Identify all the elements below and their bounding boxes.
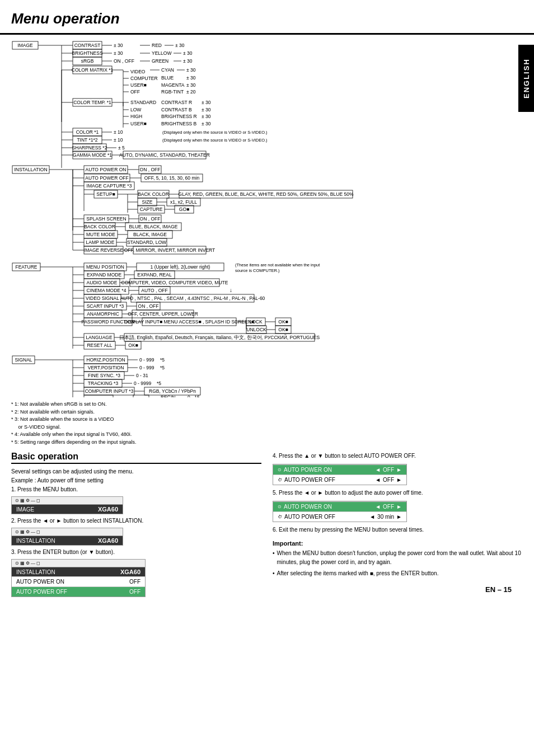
svg-text:LAMP MODE: LAMP MODE	[86, 240, 115, 245]
svg-text:RGB, YCbCn / YPbPn: RGB, YCbCn / YPbPn	[149, 388, 196, 394]
svg-text:BACK COLOR: BACK COLOR	[138, 191, 169, 197]
basic-operation-example: Example : Auto power off time setting	[11, 476, 261, 485]
mockup5-row1-value: OFF	[383, 504, 394, 510]
svg-text:USER■: USER■	[130, 82, 147, 88]
mockup4-row2: ⏱ AUTO POWER OFF ◄ OFF ►	[273, 475, 406, 485]
mockup4-row1: ⊙ AUTO POWER ON ◄ OFF ►	[273, 464, 406, 475]
svg-text:± 30: ± 30	[114, 43, 123, 48]
svg-text:0 - 999: 0 - 999	[139, 365, 154, 370]
main-content: IMAGE CONTRAST ± 30 RED ± 30 BRIGHTNESS …	[0, 39, 534, 599]
mockup3-xga: XGA60	[120, 569, 140, 575]
menu-mockup-4: ⊙ AUTO POWER ON ◄ OFF ► ⏱ AUTO POWER OFF	[273, 464, 407, 485]
mockup4-row2-label: AUTO POWER OFF	[284, 477, 335, 483]
mockup5-arrow-right2: ►	[396, 514, 402, 520]
mockup5-icon1: ⊙	[278, 504, 282, 509]
svg-text:SHARPNESS  *2: SHARPNESS *2	[72, 145, 107, 151]
mockup3-row1: AUTO POWER ON OFF	[12, 576, 145, 586]
svg-text:COLOR  *1: COLOR *1	[76, 129, 99, 135]
svg-text:HOLD  *3: HOLD *3	[89, 396, 108, 397]
svg-text:CONTRAST B: CONTRAST B	[161, 107, 192, 112]
svg-text:± 30: ± 30	[183, 58, 193, 64]
svg-text:± 30: ± 30	[186, 67, 196, 73]
svg-text:SETUP■: SETUP■	[96, 191, 115, 197]
svg-text:FINE SYNC.  *3: FINE SYNC. *3	[88, 373, 120, 378]
svg-text:BACK COLOR: BACK COLOR	[84, 224, 115, 229]
svg-text:IMAGE: IMAGE	[17, 43, 33, 48]
svg-text:ON , OFF: ON , OFF	[114, 58, 134, 64]
svg-text:± 30: ± 30	[202, 100, 211, 105]
mockup1-xga: XGA60	[98, 506, 118, 513]
menu-diagram: IMAGE CONTRAST ± 30 RED ± 30 BRIGHTNESS …	[11, 39, 521, 397]
svg-text:source is COMPUTER.): source is COMPUTER.)	[235, 268, 280, 273]
mockup5-icon2: ⏱	[278, 514, 282, 519]
svg-text:LOW: LOW	[130, 107, 141, 112]
mockup4-icon1: ⊙	[278, 467, 282, 472]
svg-text:*5: *5	[160, 357, 165, 363]
svg-text:± 30: ± 30	[202, 114, 211, 119]
mockup4-row1-value: OFF	[383, 467, 394, 473]
basic-operation-left: Basic operation Several settings can be …	[11, 452, 261, 599]
note-2: * 2: Not available with certain signals.	[11, 408, 523, 416]
svg-text:TINT  *1*2: TINT *1*2	[77, 137, 97, 143]
svg-text:0 - 9999: 0 - 9999	[134, 381, 151, 386]
mockup5-row2: ⏱ AUTO POWER OFF ◄ 30 min ►	[273, 511, 406, 522]
basic-operation-section: Basic operation Several settings can be …	[11, 452, 523, 599]
svg-text:ON , OFF: ON , OFF	[138, 303, 159, 309]
svg-text:↓: ↓	[229, 287, 232, 293]
svg-text:LANGUAGE: LANGUAGE	[86, 335, 113, 340]
important-text-2: After selecting the items marked with ■,…	[277, 569, 439, 578]
menu-mockup-3: ⊙▦⚙—◻ INSTALLATION XGA60 AUTO POWER ON O…	[11, 559, 146, 597]
menu-mockup-5: ⊙ AUTO POWER ON ◄ OFF ► ⏱ AUTO POWER OFF	[273, 501, 407, 522]
svg-text:COMPUTER: COMPUTER	[130, 76, 158, 81]
svg-text:AUTO POWER ON: AUTO POWER ON	[85, 167, 126, 172]
svg-text:SIGNAL: SIGNAL	[15, 357, 32, 363]
page-title: Menu operation	[0, 0, 534, 35]
svg-text:0 - 15: 0 - 15	[188, 395, 200, 397]
svg-text:CINEMA MODE  *4: CINEMA MODE *4	[87, 288, 127, 293]
svg-text:HIGH: HIGH	[130, 114, 142, 119]
mockup3-row2: AUTO POWER OFF OFF	[12, 586, 145, 597]
svg-text:AUTO , NTSC , PAL , SECAM , 4.: AUTO , NTSC , PAL , SECAM , 4.43NTSC , P…	[120, 295, 265, 301]
svg-text:OK■: OK■	[278, 327, 288, 332]
mockup2-xga: XGA60	[98, 537, 118, 544]
menu-mockup-2: ⊙▦⚙—◻ INSTALLATION XGA60	[11, 528, 123, 546]
mockup4-arrow-right2: ►	[396, 477, 402, 483]
svg-text:SPLASH SCREEN: SPLASH SCREEN	[86, 216, 126, 222]
svg-text:IMAGE CAPTURE *3: IMAGE CAPTURE *3	[87, 183, 132, 189]
svg-text:OK■: OK■	[278, 319, 288, 325]
svg-text:COLOR TEMP.  *1: COLOR TEMP. *1	[73, 100, 111, 105]
svg-text:COMPUTER INPUT  *3: COMPUTER INPUT *3	[85, 388, 134, 394]
svg-text:ON , OFF: ON , OFF	[140, 167, 161, 172]
svg-text:sRGB: sRGB	[81, 58, 94, 64]
mockup5-row2-label: AUTO POWER OFF	[284, 514, 335, 520]
step-5: 5. Press the ◄ or ► button to adjust the…	[273, 489, 523, 497]
svg-text:± 5: ± 5	[118, 145, 125, 151]
svg-text:0 - 31: 0 - 31	[136, 373, 148, 378]
svg-text:LOCK: LOCK	[249, 319, 262, 325]
svg-text:HORIZ.POSITION: HORIZ.POSITION	[86, 357, 125, 363]
important-bullet-1: • When the MENU button doesn't function,…	[273, 549, 523, 567]
mockup3-bar-label: INSTALLATION	[16, 569, 55, 575]
svg-text:*5: *5	[160, 365, 165, 370]
mockup5-row2-value: 30 min	[377, 514, 394, 520]
mockup4-arrow-right: ►	[396, 467, 402, 473]
note-5: * 5: Setting range differs depending on …	[11, 439, 523, 447]
basic-operation-intro: Several settings can be adjusted using t…	[11, 467, 261, 476]
mockup4-arrow-left: ◄	[375, 467, 381, 473]
mockup5-arrow-left: ◄	[375, 504, 381, 510]
svg-text:TRACKING  *3: TRACKING *3	[88, 381, 119, 386]
svg-text:x1, x2, FULL: x1, x2, FULL	[170, 199, 197, 205]
svg-text:SCART INPUT  *3: SCART INPUT *3	[87, 303, 124, 309]
svg-text:FEATURE: FEATURE	[15, 264, 37, 270]
svg-text:0 - 999: 0 - 999	[139, 357, 154, 363]
important-section: Important: • When the MENU button doesn'…	[273, 539, 523, 578]
page-number: EN – 15	[485, 585, 512, 594]
svg-text:BRIGHTNESS: BRIGHTNESS	[72, 50, 103, 56]
mockup4-row1-label: AUTO POWER ON	[284, 467, 332, 473]
svg-text:1 (Upper left), 2(Lower right): 1 (Upper left), 2(Lower right)	[151, 264, 210, 270]
svg-text:INSTALLATION: INSTALLATION	[14, 167, 47, 172]
svg-text:(Displayed only when the sourc: (Displayed only when the source is VIDEO…	[162, 130, 268, 135]
svg-text:BRIGHTNESS R: BRIGHTNESS R	[161, 114, 197, 119]
svg-text:RED: RED	[152, 43, 162, 48]
svg-text:COLOR MATRIX *1: COLOR MATRIX *1	[72, 67, 114, 73]
